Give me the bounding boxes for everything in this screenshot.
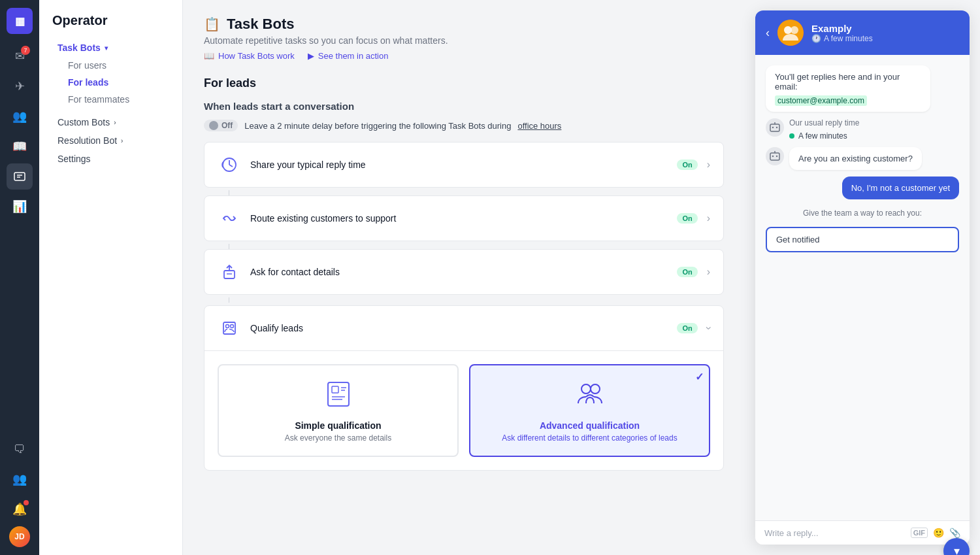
logo-button[interactable]: ▦ <box>7 8 33 34</box>
sidebar-sub-for-leads[interactable]: For leads <box>44 74 177 91</box>
svg-rect-0 <box>14 173 25 180</box>
chevron-right-icon: › <box>114 119 116 126</box>
office-hours-link[interactable]: office hours <box>517 121 561 131</box>
toggle-label: Off <box>221 121 233 130</box>
qualify-icon <box>218 316 241 340</box>
reply-time-value: A few minutes <box>798 131 847 141</box>
operator-icon[interactable] <box>7 163 33 190</box>
settings-label: Settings <box>57 154 91 164</box>
off-toggle[interactable]: Off <box>204 120 238 131</box>
chart-icon[interactable]: 📊 <box>7 193 33 220</box>
bot-question-row: Are you an existing customer? <box>766 147 959 170</box>
qualify-leads-status: On <box>677 323 697 333</box>
reply-time-row: A few minutes <box>789 131 859 141</box>
sidebar-item-settings[interactable]: Settings <box>44 150 177 168</box>
contact-details-card: Ask for contact details On › <box>204 249 724 295</box>
sidebar-sub-for-users[interactable]: For users <box>44 57 177 74</box>
avatar[interactable]: JD <box>9 526 30 547</box>
users-icon[interactable]: 👥 <box>7 103 33 129</box>
add-team-icon[interactable]: 👥 <box>7 466 33 492</box>
svg-line-5 <box>229 165 233 167</box>
svg-rect-22 <box>770 124 779 131</box>
svg-point-24 <box>776 127 777 128</box>
reply-time-icon <box>218 153 241 177</box>
svg-point-9 <box>226 325 229 328</box>
section-title: For leads <box>204 76 724 90</box>
advanced-qualification-option[interactable]: ✓ Advanced qualification <box>469 364 710 457</box>
attach-icon[interactable]: 📎 <box>949 528 960 538</box>
usual-reply-label: Our usual reply time <box>789 118 859 127</box>
user-reply-bubble: No, I'm not a customer yet <box>842 177 959 199</box>
custom-bots-label: Custom Bots <box>57 117 110 127</box>
page-subtitle: Automate repetitive tasks so you can foc… <box>204 35 724 46</box>
simple-icon <box>232 378 444 415</box>
play-icon: ▶ <box>308 51 314 61</box>
get-notified-action[interactable]: Get notified <box>766 227 959 252</box>
chat-footer: Write a reply... GIF 🙂 📎 <box>755 520 970 545</box>
simple-qualification-option[interactable]: Simple qualification Ask everyone the sa… <box>218 364 459 457</box>
main-area: 📋 Task Bots Automate repetitive tasks so… <box>183 0 980 555</box>
svg-point-17 <box>581 384 591 394</box>
chevron-down-icon: ▾ <box>105 44 108 52</box>
delay-description: Leave a 2 minute delay before triggering… <box>244 121 511 131</box>
chat-input[interactable]: Write a reply... <box>764 528 906 538</box>
svg-point-27 <box>772 156 774 157</box>
route-customers-row[interactable]: Route existing customers to support On › <box>204 196 723 241</box>
route-customers-card: Route existing customers to support On › <box>204 195 724 241</box>
page-links: 📖 How Task Bots work ▶ See them in actio… <box>204 51 724 61</box>
contact-icon <box>218 260 241 284</box>
simple-desc: Ask everyone the same details <box>232 433 444 443</box>
simple-title: Simple qualification <box>232 420 444 431</box>
sidebar-item-task-bots[interactable]: Task Bots ▾ <box>44 39 177 57</box>
route-customers-label: Route existing customers to support <box>250 213 662 224</box>
books-icon[interactable]: 📖 <box>7 133 33 160</box>
qualify-leads-card: Qualify leads On › <box>204 305 724 471</box>
chat-header: ‹ Examply 🕐 A few minutes <box>755 10 970 55</box>
svg-point-28 <box>776 156 777 157</box>
reply-time-label: Share your typical reply time <box>250 160 662 170</box>
svg-point-18 <box>591 384 600 394</box>
route-icon <box>218 207 241 230</box>
bell-icon[interactable]: 🔔 <box>7 496 33 522</box>
qualify-leads-header[interactable]: Qualify leads On › <box>204 306 723 351</box>
page-title-icon: 📋 <box>204 16 220 32</box>
back-button[interactable]: ‹ <box>766 26 770 40</box>
support-icon[interactable]: 🗨 <box>7 436 33 462</box>
svg-rect-26 <box>770 153 779 160</box>
connector-1 <box>229 190 229 195</box>
see-in-action-link[interactable]: ▶ See them in action <box>308 51 389 61</box>
routing-icon[interactable]: ✈ <box>7 73 33 99</box>
chat-email: customer@example.com <box>775 95 921 105</box>
task-bots-label: Task Bots <box>57 42 101 53</box>
sidebar-sub-for-teammates[interactable]: For teammates <box>44 91 177 108</box>
book-icon: 📖 <box>204 51 214 61</box>
bot-icon-2 <box>766 147 784 165</box>
contact-details-label: Ask for contact details <box>250 267 662 277</box>
advanced-desc: Ask different details to different categ… <box>483 433 696 443</box>
svg-rect-6 <box>224 271 235 278</box>
toggle-dot <box>209 121 218 130</box>
qualify-leads-chevron: › <box>702 326 714 329</box>
how-task-bots-link[interactable]: 📖 How Task Bots work <box>204 51 295 61</box>
inbox-icon[interactable]: ✉ 7 <box>7 43 33 69</box>
delay-toggle-row: Off Leave a 2 minute delay before trigge… <box>204 120 724 131</box>
advanced-icon <box>483 378 696 415</box>
chat-time: 🕐 A few minutes <box>811 34 959 43</box>
advanced-title: Advanced qualification <box>483 420 696 431</box>
check-icon: ✓ <box>695 371 704 383</box>
resolution-bot-label: Resolution Bot <box>57 135 117 146</box>
icon-bar: ▦ ✉ 7 ✈ 👥 📖 📊 🗨 👥 🔔 JD <box>0 0 39 555</box>
emoji-icon[interactable]: 🙂 <box>933 528 944 538</box>
gif-icon[interactable]: GIF <box>911 528 928 538</box>
reply-time-card: Share your typical reply time On › <box>204 142 724 188</box>
sidebar-item-resolution-bot[interactable]: Resolution Bot › <box>44 131 177 150</box>
bot-icon-1 <box>766 118 784 137</box>
sidebar-item-custom-bots[interactable]: Custom Bots › <box>44 113 177 131</box>
chat-body[interactable]: You'll get replies here and in your emai… <box>755 55 970 520</box>
reply-time-row[interactable]: Share your typical reply time On › <box>204 143 723 187</box>
route-customers-chevron: › <box>707 212 710 224</box>
contact-details-row[interactable]: Ask for contact details On › <box>204 250 723 294</box>
qualify-body: Simple qualification Ask everyone the sa… <box>204 351 723 470</box>
preview-panel: ‹ Examply 🕐 A few minutes <box>745 0 980 555</box>
contact-details-status: On <box>677 267 697 277</box>
